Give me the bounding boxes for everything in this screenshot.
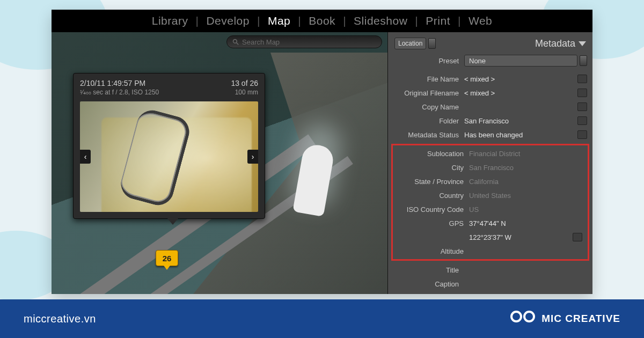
module-print[interactable]: Print	[418, 14, 458, 27]
footer-domain: miccreative.vn	[24, 313, 96, 325]
location-filter-label: Location	[398, 40, 422, 47]
location-stepper[interactable]	[428, 38, 436, 49]
main-row: Search Map 2/10/11 1:49:57 PM 13 of 26 ¹…	[52, 32, 592, 294]
module-slideshow[interactable]: Slideshow	[346, 14, 415, 27]
action-icon[interactable]	[577, 130, 587, 139]
row-title: Title	[388, 263, 592, 277]
row-country: Country United States	[393, 188, 588, 202]
row-copy-name: Copy Name	[388, 100, 592, 114]
val-sublocation[interactable]: Financial District	[469, 150, 582, 158]
lbl-original-filename: Original Filename	[388, 89, 464, 97]
infinity-logo-icon	[510, 311, 535, 327]
row-sublocation: Sublocation Financial District	[393, 146, 588, 160]
module-library[interactable]: Library	[144, 14, 196, 27]
lbl-altitude: Altitude	[393, 247, 469, 255]
row-state: State / Province California	[393, 174, 588, 188]
preset-label: Preset	[388, 57, 464, 65]
photo-popup: 2/10/11 1:49:57 PM 13 of 26 ¹⁄₄₀₀ sec at…	[73, 73, 265, 219]
action-icon[interactable]	[577, 75, 587, 83]
preset-row: Preset None	[388, 54, 592, 68]
action-icon[interactable]	[577, 89, 587, 97]
panel-title-text: Metadata	[535, 38, 575, 49]
map-pin[interactable]: 26	[156, 250, 178, 266]
module-web[interactable]: Web	[461, 14, 500, 27]
lbl-copy-name: Copy Name	[388, 103, 464, 111]
triangle-down-icon	[579, 41, 586, 46]
map-pin-count: 26	[163, 254, 172, 263]
module-book[interactable]: Book	[301, 14, 343, 27]
val-metadata-status[interactable]: Has been changed	[464, 131, 575, 139]
row-caption: Caption	[388, 277, 592, 291]
lbl-file-name: File Name	[388, 75, 464, 83]
val-folder[interactable]: San Francisco	[464, 117, 575, 125]
goto-icon[interactable]	[577, 116, 587, 125]
goto-icon[interactable]	[573, 233, 582, 241]
val-state[interactable]: California	[469, 178, 582, 186]
map-toolbar: Search Map	[52, 35, 387, 53]
row-gps2: 122°23'37" W	[393, 230, 588, 244]
popup-exif: ¹⁄₄₀₀ sec at f / 2.8, ISO 1250	[80, 89, 159, 96]
preset-stepper[interactable]	[580, 55, 587, 66]
panel-title[interactable]: Metadata	[535, 38, 586, 49]
popup-arrow-icon	[167, 218, 178, 225]
footer-brand: MIC CREATIVE	[510, 311, 620, 327]
photo-thumbnail[interactable]: ‹ ›	[80, 101, 258, 212]
row-metadata-status: Metadata Status Has been changed	[388, 128, 592, 142]
popup-counter: 13 of 26	[231, 79, 258, 87]
lightroom-window: Library | Develop | Map | Book | Slidesh…	[52, 10, 592, 294]
search-placeholder: Search Map	[242, 38, 280, 46]
location-group-highlight: Sublocation Financial District City San …	[391, 144, 589, 261]
val-city[interactable]: San Francisco	[469, 164, 582, 172]
svg-point-0	[233, 40, 237, 43]
row-altitude: Altitude	[393, 244, 588, 258]
metadata-panel: Location Metadata Preset None File Name …	[387, 32, 592, 294]
next-photo-button[interactable]: ›	[247, 150, 258, 164]
row-original-filename: Original Filename < mixed >	[388, 86, 592, 100]
location-filter-dropdown[interactable]: Location	[394, 38, 426, 49]
row-iso-cc: ISO Country Code US	[393, 202, 588, 216]
prev-photo-button[interactable]: ‹	[80, 150, 91, 164]
footer-brand-text: MIC CREATIVE	[541, 313, 620, 325]
lbl-title: Title	[388, 266, 464, 274]
preset-value: None	[469, 57, 486, 65]
val-original-filename[interactable]: < mixed >	[464, 89, 575, 97]
svg-line-1	[237, 43, 239, 45]
lbl-folder: Folder	[388, 117, 464, 125]
lbl-state: State / Province	[393, 178, 469, 186]
lbl-metadata-status: Metadata Status	[388, 131, 464, 139]
row-folder: Folder San Francisco	[388, 114, 592, 128]
val-file-name[interactable]: < mixed >	[464, 75, 575, 83]
search-input[interactable]: Search Map	[226, 35, 382, 48]
map-canvas[interactable]: Search Map 2/10/11 1:49:57 PM 13 of 26 ¹…	[52, 32, 387, 294]
goto-icon[interactable]	[577, 102, 587, 111]
lbl-sublocation: Sublocation	[393, 150, 469, 158]
module-map[interactable]: Map	[260, 14, 298, 27]
val-country[interactable]: United States	[469, 192, 582, 200]
module-develop[interactable]: Develop	[199, 14, 257, 27]
preset-dropdown[interactable]: None	[464, 55, 577, 67]
search-icon	[232, 39, 239, 45]
module-picker: Library | Develop | Map | Book | Slidesh…	[52, 10, 592, 32]
lbl-iso-cc: ISO Country Code	[393, 205, 469, 214]
val-iso-cc[interactable]: US	[469, 205, 582, 214]
page-footer: miccreative.vn MIC CREATIVE	[0, 299, 644, 338]
lbl-gps: GPS	[393, 219, 469, 227]
popup-datetime: 2/10/11 1:49:57 PM	[80, 79, 145, 87]
val-gps-lat[interactable]: 37°47'44" N	[469, 219, 582, 227]
lbl-country: Country	[393, 192, 469, 200]
lbl-caption: Caption	[388, 280, 464, 288]
row-city: City San Francisco	[393, 160, 588, 174]
row-file-name: File Name < mixed >	[388, 72, 592, 86]
popup-focal: 100 mm	[235, 89, 258, 96]
lbl-city: City	[393, 164, 469, 172]
val-gps-lon[interactable]: 122°23'37" W	[469, 233, 570, 241]
row-gps: GPS 37°47'44" N	[393, 216, 588, 230]
